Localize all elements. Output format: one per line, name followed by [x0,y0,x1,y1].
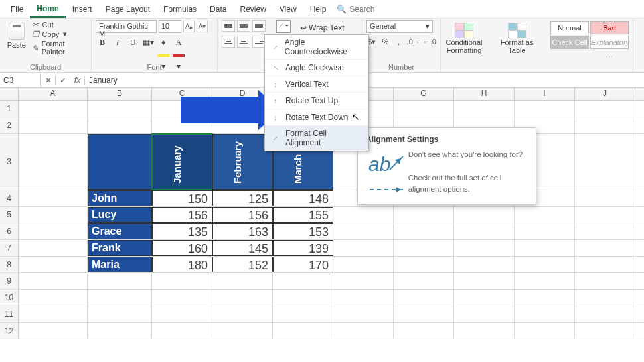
fill-color-button[interactable]: ♦▾ [157,36,170,49]
col-header-I[interactable]: I [515,88,575,100]
cell-H5[interactable] [454,207,515,223]
cell-J1[interactable] [575,101,635,117]
percent-button[interactable]: % [380,36,390,49]
cellstyle-check[interactable]: Check Cell [550,36,589,49]
cell-H8[interactable] [454,257,515,272]
cell-B1[interactable] [88,101,152,117]
cell-H1[interactable] [454,101,515,117]
font-color-button[interactable]: A▾ [172,36,185,49]
font-size-combo[interactable]: 10 [159,20,181,33]
cell-C5[interactable]: 156 [152,207,212,223]
fx-button[interactable]: fx [70,76,85,85]
align-top-button[interactable] [222,20,235,32]
cell-C7[interactable]: 160 [152,240,212,256]
col-header-B[interactable]: B [88,88,152,100]
cell-G6[interactable] [394,223,454,239]
cell-F8[interactable] [333,257,394,272]
cell-H10[interactable] [454,290,515,306]
col-header-J[interactable]: J [575,88,635,100]
cell-G5[interactable] [394,207,454,223]
cell-B10[interactable] [88,290,152,306]
cell-A10[interactable] [19,290,88,306]
cell-A6[interactable] [19,223,88,239]
tab-file[interactable]: File [4,1,30,17]
underline-button[interactable]: U [126,36,139,49]
cell-D7[interactable]: 145 [212,240,273,256]
cell-J2[interactable] [575,117,635,133]
cell-J5[interactable] [575,207,635,223]
cell-B9[interactable] [88,273,152,289]
cell-E6[interactable]: 153 [273,223,333,239]
row-header-12[interactable]: 12 [0,323,19,339]
tab-data[interactable]: Data [203,1,233,17]
cell-A7[interactable] [19,240,88,256]
cut-button[interactable]: Cut [32,20,87,29]
row-header-5[interactable]: 5 [0,207,19,223]
cell-J3[interactable] [575,134,635,190]
cell-C3[interactable]: January [152,134,212,190]
col-header-A[interactable]: A [19,88,88,100]
cell-I12[interactable] [515,323,575,339]
cell-G7[interactable] [394,240,454,256]
row-header-7[interactable]: 7 [0,240,19,256]
cell-I5[interactable] [515,207,575,223]
name-box[interactable]: C3 [0,74,41,87]
cell-D9[interactable] [212,273,273,289]
cell-E9[interactable] [273,273,333,289]
increase-font-button[interactable]: A▴ [183,21,195,32]
cell-F12[interactable] [333,323,394,339]
cell-J12[interactable] [575,323,635,339]
copy-button[interactable]: Copy ▾ [32,30,87,38]
format-as-table-button[interactable]: Format as Table [498,21,536,71]
search-field[interactable]: 🔍 Search [337,5,374,14]
cell-C8[interactable]: 180 [152,257,212,272]
cell-B7[interactable]: Frank [88,240,152,256]
cell-A8[interactable] [19,257,88,272]
cell-B3[interactable] [88,134,152,190]
cell-H12[interactable] [454,323,515,339]
cell-B11[interactable] [88,306,152,322]
cell-C12[interactable] [152,323,212,339]
cell-G1[interactable] [394,101,454,117]
row-header-2[interactable]: 2 [0,117,19,133]
decrease-decimal-button[interactable]: ←.0 [423,36,436,49]
format-painter-button[interactable]: Format Painter [32,40,87,56]
row-header-1[interactable]: 1 [0,101,19,117]
cell-C9[interactable] [152,273,212,289]
menu-angle-cw[interactable]: ⟍Angle Clockwise [265,60,368,76]
cell-B12[interactable] [88,323,152,339]
cell-J4[interactable] [575,190,635,206]
cell-I8[interactable] [515,257,575,272]
border-button[interactable]: ▦▾ [141,36,155,49]
row-header-10[interactable]: 10 [0,290,19,306]
confirm-button[interactable]: ✓ [56,76,70,85]
cell-E4[interactable]: 148 [273,190,333,206]
tab-page-layout[interactable]: Page Layout [99,1,157,17]
cell-A11[interactable] [19,306,88,322]
cell-J8[interactable] [575,257,635,272]
cell-J6[interactable] [575,223,635,239]
cell-D6[interactable]: 163 [212,223,273,239]
conditional-formatting-button[interactable]: Conditional Formatting [445,21,483,71]
cellstyle-normal[interactable]: Normal [550,21,589,34]
row-header-9[interactable]: 9 [0,273,19,289]
decrease-font-button[interactable]: A▾ [197,21,208,32]
menu-angle-ccw[interactable]: ⟋Angle Counterclockwise [265,35,368,60]
number-format-combo[interactable]: General▾ [366,20,433,33]
cell-D5[interactable]: 156 [212,207,273,223]
cell-A2[interactable] [19,117,88,133]
cell-I10[interactable] [515,290,575,306]
menu-format-alignment[interactable]: ⟋Format Cell Alignment [265,126,368,151]
cellstyle-bad[interactable]: Bad [590,21,629,34]
cell-F9[interactable] [333,273,394,289]
tab-insert[interactable]: Insert [66,1,99,17]
cellstyle-explanatory[interactable]: Explanatory … [590,36,629,49]
cell-G9[interactable] [394,273,454,289]
cell-B8[interactable]: Maria [88,257,152,272]
align-right-button[interactable] [252,36,266,48]
row-header-8[interactable]: 8 [0,257,19,272]
align-center-button[interactable] [237,36,250,48]
tab-help[interactable]: Help [303,1,333,17]
tab-home[interactable]: Home [30,1,65,18]
cell-A1[interactable] [19,101,88,117]
